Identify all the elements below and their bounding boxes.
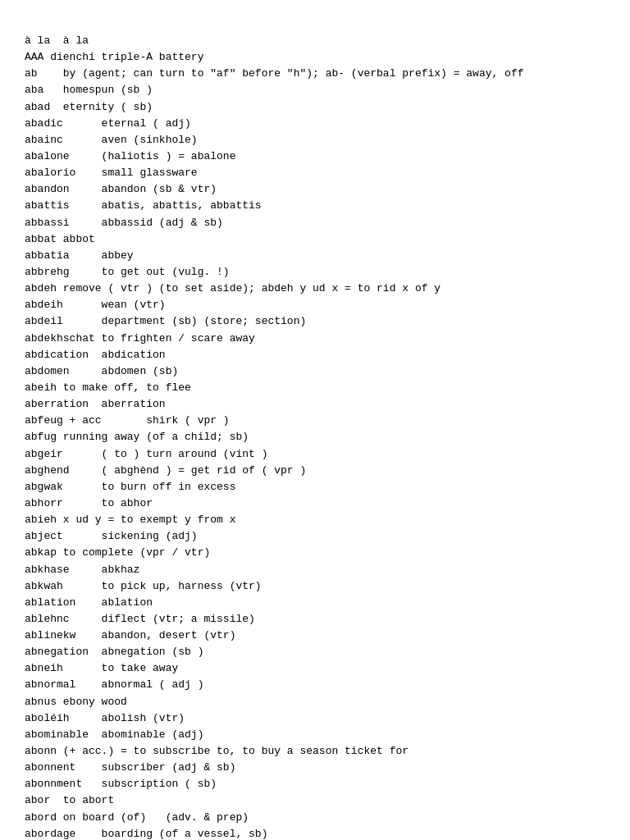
dictionary-text: à la à la AAA dienchi triple-A battery a…	[25, 33, 605, 840]
